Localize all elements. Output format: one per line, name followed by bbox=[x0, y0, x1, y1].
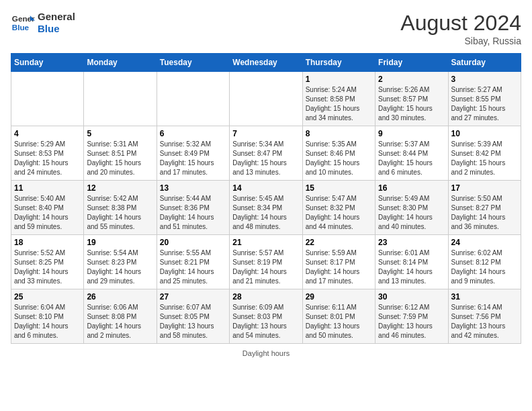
day-info: Sunrise: 5:40 AM Sunset: 8:40 PM Dayligh… bbox=[14, 194, 81, 232]
day-info: Sunrise: 6:11 AM Sunset: 8:01 PM Dayligh… bbox=[306, 303, 372, 340]
page-header: General Blue General Blue August 2024 Si… bbox=[11, 11, 521, 46]
day-info: Sunrise: 5:45 AM Sunset: 8:34 PM Dayligh… bbox=[232, 194, 299, 232]
day-info: Sunrise: 5:54 AM Sunset: 8:23 PM Dayligh… bbox=[87, 248, 153, 286]
day-info: Sunrise: 6:09 AM Sunset: 8:03 PM Dayligh… bbox=[232, 303, 299, 340]
day-number: 12 bbox=[87, 183, 153, 193]
day-info: Sunrise: 5:34 AM Sunset: 8:47 PM Dayligh… bbox=[232, 140, 299, 177]
calendar-cell: 7Sunrise: 5:34 AM Sunset: 8:47 PM Daylig… bbox=[230, 126, 302, 181]
calendar-cell: 12Sunrise: 5:42 AM Sunset: 8:38 PM Dayli… bbox=[84, 181, 157, 235]
calendar-cell: 23Sunrise: 6:01 AM Sunset: 8:14 PM Dayli… bbox=[375, 235, 448, 289]
calendar-cell: 11Sunrise: 5:40 AM Sunset: 8:40 PM Dayli… bbox=[11, 181, 84, 235]
day-number: 5 bbox=[87, 129, 153, 138]
day-info: Sunrise: 5:59 AM Sunset: 8:17 PM Dayligh… bbox=[306, 248, 372, 286]
calendar-cell: 29Sunrise: 6:11 AM Sunset: 8:01 PM Dayli… bbox=[302, 289, 375, 344]
day-number: 2 bbox=[378, 75, 445, 84]
weekday-header-saturday: Saturday bbox=[448, 54, 521, 72]
day-info: Sunrise: 5:26 AM Sunset: 8:57 PM Dayligh… bbox=[378, 85, 445, 123]
day-number: 24 bbox=[451, 238, 518, 247]
calendar-cell: 15Sunrise: 5:47 AM Sunset: 8:32 PM Dayli… bbox=[302, 181, 375, 235]
calendar-cell: 14Sunrise: 5:45 AM Sunset: 8:34 PM Dayli… bbox=[230, 181, 302, 235]
footer: Daylight hours bbox=[11, 349, 521, 357]
calendar-cell: 27Sunrise: 6:07 AM Sunset: 8:05 PM Dayli… bbox=[157, 289, 229, 344]
day-number: 26 bbox=[87, 292, 153, 302]
day-number: 9 bbox=[378, 129, 445, 138]
day-number: 10 bbox=[451, 129, 518, 138]
day-number: 21 bbox=[232, 238, 299, 247]
day-number: 31 bbox=[451, 292, 518, 302]
day-info: Sunrise: 6:14 AM Sunset: 7:56 PM Dayligh… bbox=[451, 303, 518, 340]
day-number: 17 bbox=[451, 183, 518, 193]
location: Sibay, Russia bbox=[400, 36, 521, 46]
day-number: 27 bbox=[160, 292, 226, 302]
day-number: 13 bbox=[160, 183, 226, 193]
calendar-week-row: 25Sunrise: 6:04 AM Sunset: 8:10 PM Dayli… bbox=[11, 289, 521, 344]
day-number: 20 bbox=[160, 238, 226, 247]
calendar-cell: 20Sunrise: 5:55 AM Sunset: 8:21 PM Dayli… bbox=[157, 235, 229, 289]
calendar-cell: 28Sunrise: 6:09 AM Sunset: 8:03 PM Dayli… bbox=[230, 289, 302, 344]
weekday-header-sunday: Sunday bbox=[11, 54, 84, 72]
day-info: Sunrise: 5:37 AM Sunset: 8:44 PM Dayligh… bbox=[378, 140, 445, 177]
title-block: August 2024 Sibay, Russia bbox=[400, 11, 521, 46]
calendar-cell: 24Sunrise: 6:02 AM Sunset: 8:12 PM Dayli… bbox=[448, 235, 521, 289]
calendar-cell: 30Sunrise: 6:12 AM Sunset: 7:59 PM Dayli… bbox=[375, 289, 448, 344]
calendar-cell: 5Sunrise: 5:31 AM Sunset: 8:51 PM Daylig… bbox=[84, 126, 157, 181]
calendar-cell: 18Sunrise: 5:52 AM Sunset: 8:25 PM Dayli… bbox=[11, 235, 84, 289]
day-info: Sunrise: 6:06 AM Sunset: 8:08 PM Dayligh… bbox=[87, 303, 153, 340]
calendar-cell: 10Sunrise: 5:39 AM Sunset: 8:42 PM Dayli… bbox=[448, 126, 521, 181]
day-number: 28 bbox=[232, 292, 299, 302]
calendar-cell: 2Sunrise: 5:26 AM Sunset: 8:57 PM Daylig… bbox=[375, 72, 448, 126]
day-number: 25 bbox=[14, 292, 81, 302]
calendar-cell: 1Sunrise: 5:24 AM Sunset: 8:58 PM Daylig… bbox=[302, 72, 375, 126]
month-year: August 2024 bbox=[400, 11, 521, 36]
day-number: 3 bbox=[451, 75, 518, 84]
logo: General Blue General Blue bbox=[11, 11, 75, 35]
calendar-week-row: 1Sunrise: 5:24 AM Sunset: 8:58 PM Daylig… bbox=[11, 72, 521, 126]
weekday-header-monday: Monday bbox=[84, 54, 157, 72]
day-number: 22 bbox=[306, 238, 372, 247]
calendar-cell: 8Sunrise: 5:35 AM Sunset: 8:46 PM Daylig… bbox=[302, 126, 375, 181]
calendar-cell bbox=[230, 72, 302, 126]
day-info: Sunrise: 5:32 AM Sunset: 8:49 PM Dayligh… bbox=[160, 140, 226, 177]
day-info: Sunrise: 5:47 AM Sunset: 8:32 PM Dayligh… bbox=[306, 194, 372, 232]
calendar-cell: 22Sunrise: 5:59 AM Sunset: 8:17 PM Dayli… bbox=[302, 235, 375, 289]
day-info: Sunrise: 5:24 AM Sunset: 8:58 PM Dayligh… bbox=[306, 85, 372, 123]
day-number: 6 bbox=[160, 129, 226, 138]
calendar-cell: 16Sunrise: 5:49 AM Sunset: 8:30 PM Dayli… bbox=[375, 181, 448, 235]
day-number: 7 bbox=[232, 129, 299, 138]
day-number: 23 bbox=[378, 238, 445, 247]
calendar-cell bbox=[84, 72, 157, 126]
day-info: Sunrise: 5:35 AM Sunset: 8:46 PM Dayligh… bbox=[306, 140, 372, 177]
calendar-table: SundayMondayTuesdayWednesdayThursdayFrid… bbox=[11, 53, 521, 344]
logo-icon: General Blue bbox=[11, 11, 35, 35]
calendar-cell: 17Sunrise: 5:50 AM Sunset: 8:27 PM Dayli… bbox=[448, 181, 521, 235]
calendar-cell: 13Sunrise: 5:44 AM Sunset: 8:36 PM Dayli… bbox=[157, 181, 229, 235]
day-info: Sunrise: 5:27 AM Sunset: 8:55 PM Dayligh… bbox=[451, 85, 518, 123]
day-info: Sunrise: 6:07 AM Sunset: 8:05 PM Dayligh… bbox=[160, 303, 226, 340]
day-info: Sunrise: 5:42 AM Sunset: 8:38 PM Dayligh… bbox=[87, 194, 153, 232]
weekday-header-wednesday: Wednesday bbox=[230, 54, 302, 72]
calendar-cell: 31Sunrise: 6:14 AM Sunset: 7:56 PM Dayli… bbox=[448, 289, 521, 344]
day-number: 11 bbox=[14, 183, 81, 193]
day-number: 14 bbox=[232, 183, 299, 193]
calendar-cell: 9Sunrise: 5:37 AM Sunset: 8:44 PM Daylig… bbox=[375, 126, 448, 181]
day-number: 30 bbox=[378, 292, 445, 302]
calendar-week-row: 4Sunrise: 5:29 AM Sunset: 8:53 PM Daylig… bbox=[11, 126, 521, 181]
day-number: 4 bbox=[14, 129, 81, 138]
day-info: Sunrise: 6:02 AM Sunset: 8:12 PM Dayligh… bbox=[451, 248, 518, 286]
calendar-week-row: 18Sunrise: 5:52 AM Sunset: 8:25 PM Dayli… bbox=[11, 235, 521, 289]
day-number: 15 bbox=[306, 183, 372, 193]
day-number: 8 bbox=[306, 129, 372, 138]
weekday-header-tuesday: Tuesday bbox=[157, 54, 229, 72]
calendar-cell: 3Sunrise: 5:27 AM Sunset: 8:55 PM Daylig… bbox=[448, 72, 521, 126]
weekday-header-row: SundayMondayTuesdayWednesdayThursdayFrid… bbox=[11, 54, 521, 72]
day-info: Sunrise: 5:29 AM Sunset: 8:53 PM Dayligh… bbox=[14, 140, 81, 177]
calendar-cell: 26Sunrise: 6:06 AM Sunset: 8:08 PM Dayli… bbox=[84, 289, 157, 344]
day-info: Sunrise: 5:49 AM Sunset: 8:30 PM Dayligh… bbox=[378, 194, 445, 232]
day-number: 19 bbox=[87, 238, 153, 247]
day-number: 16 bbox=[378, 183, 445, 193]
day-info: Sunrise: 5:50 AM Sunset: 8:27 PM Dayligh… bbox=[451, 194, 518, 232]
day-number: 29 bbox=[306, 292, 372, 302]
day-info: Sunrise: 5:52 AM Sunset: 8:25 PM Dayligh… bbox=[14, 248, 81, 286]
calendar-cell bbox=[157, 72, 229, 126]
day-info: Sunrise: 5:55 AM Sunset: 8:21 PM Dayligh… bbox=[160, 248, 226, 286]
